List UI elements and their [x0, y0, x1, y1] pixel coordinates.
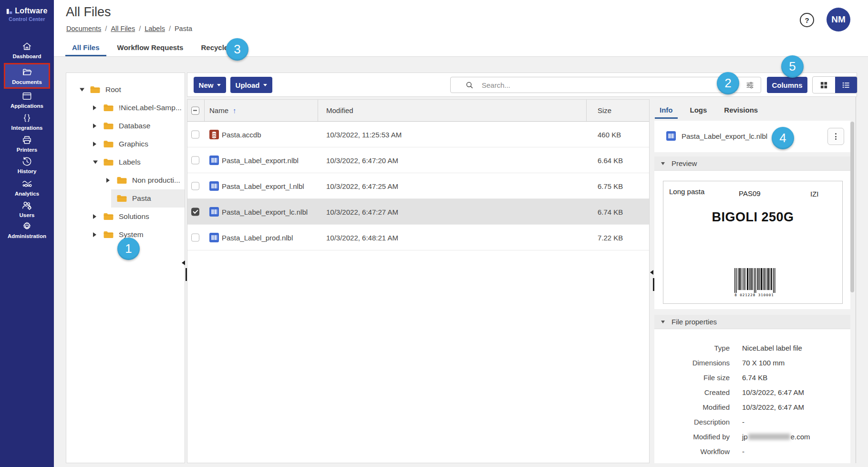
barcode-digits: 8 021228 310001 [734, 293, 774, 297]
tree-item-label: Non producti... [132, 176, 180, 185]
details-tab-info[interactable]: Info [655, 101, 678, 119]
label-file-icon [666, 131, 676, 141]
tree-item-pasta[interactable]: Pasta [66, 189, 185, 208]
file-actions-button[interactable] [827, 128, 844, 145]
property-row-created: Created10/3/2022, 6:47 AM [654, 385, 850, 400]
tree-item-solutions[interactable]: Solutions [66, 208, 185, 226]
table-row[interactable]: Pasta_Label_export_lc.nlbl10/3/2022, 6:4… [187, 199, 649, 225]
file-properties-section-body: TypeNiceLabel label fileDimensions70 X 1… [654, 329, 850, 463]
expander-closed-icon[interactable] [93, 105, 96, 110]
tree-item-labels[interactable]: Labels [66, 153, 185, 171]
column-header-modified[interactable]: Modified [326, 100, 353, 121]
label-file-icon [209, 181, 219, 191]
details-tab-logs[interactable]: Logs [685, 101, 712, 119]
history-icon [21, 156, 32, 167]
tree-item-database[interactable]: Database [66, 117, 185, 135]
avatar[interactable]: NM [827, 8, 850, 31]
table-row[interactable]: Pasta_Label_export.nlbl10/3/2022, 6:47:2… [187, 147, 649, 173]
sidebar-item-dashboard[interactable]: Dashboard [0, 41, 54, 59]
row-checkbox[interactable] [191, 130, 199, 138]
tree-item-root[interactable]: Root [66, 81, 185, 99]
breadcrumb-all-files[interactable]: All Files [111, 25, 135, 32]
details-tab-revisions[interactable]: Revisions [719, 101, 763, 119]
expander-closed-icon[interactable] [93, 214, 96, 219]
sidebar-item-label: Integrations [11, 125, 43, 131]
folder-icon [103, 158, 114, 166]
filter-icon[interactable] [745, 80, 755, 90]
table-row[interactable]: Pasta_Label_prod.nlbl10/3/2022, 6:48:21 … [187, 225, 649, 250]
preview-section-body: Long pasta PAS09 IZI BIGOLI 250G [654, 171, 850, 309]
select-all-checkbox[interactable] [191, 106, 199, 114]
kebab-icon [835, 133, 837, 135]
property-value: 10/3/2022, 6:47 AM [742, 388, 804, 396]
view-toggle [812, 76, 858, 93]
chevron-down-icon [661, 321, 665, 323]
column-header-size[interactable]: Size [598, 100, 611, 121]
loftware-logo-icon [6, 8, 13, 15]
details-collapse-icon[interactable] [650, 270, 653, 275]
expander-open-icon[interactable] [80, 88, 84, 92]
search-input[interactable] [481, 81, 745, 90]
table-row[interactable]: Pasta.accdb10/3/2022, 11:25:53 AM460 KB [187, 122, 649, 147]
sidebar-item-documents[interactable]: Documents [4, 63, 50, 89]
tab-workflow-requests[interactable]: Workflow Requests [111, 40, 190, 56]
upload-button[interactable]: Upload [230, 77, 272, 93]
page-title: All Files [66, 5, 111, 20]
help-icon[interactable]: ? [800, 13, 814, 27]
integrations-icon [21, 113, 32, 124]
tree-item-label: Solutions [119, 212, 149, 221]
tree-item-non-producti[interactable]: Non producti... [66, 171, 185, 189]
expander-open-icon[interactable] [93, 161, 98, 164]
upload-button-label: Upload [236, 81, 260, 89]
tree-collapse-icon[interactable] [182, 260, 185, 265]
callout-badge-3: 3 [226, 38, 248, 61]
property-row-description: Description- [654, 415, 850, 429]
details-scrollbar[interactable] [850, 122, 854, 292]
sidebar-item-users[interactable]: Users [0, 200, 54, 218]
grid-view-button[interactable] [813, 77, 835, 93]
property-label: File size [654, 374, 730, 382]
file-modified: 10/3/2022, 6:47:25 AM [326, 182, 398, 190]
brand: Loftware Control Center [0, 7, 54, 22]
column-header-name[interactable]: Name ↑ [209, 100, 237, 121]
table-row[interactable]: Pasta_Label_export_l.nlbl10/3/2022, 6:47… [187, 173, 649, 199]
preview-field-center: PAS09 [739, 189, 761, 197]
expander-closed-icon[interactable] [93, 142, 96, 146]
file-properties-section-header[interactable]: File properties [654, 315, 850, 329]
tab-all-files[interactable]: All Files [65, 40, 106, 56]
sidebar-item-applications[interactable]: Applications [0, 91, 54, 109]
documents-icon [21, 67, 32, 78]
sidebar-item-label: Administration [8, 233, 46, 239]
file-size: 6.75 KB [598, 182, 623, 190]
expander-closed-icon[interactable] [93, 232, 96, 237]
selected-file-row: Pasta_Label_export_lc.nlbl [654, 121, 850, 152]
selected-file-name: Pasta_Label_export_lc.nlbl [682, 132, 767, 140]
sort-ascending-icon[interactable]: ↑ [233, 106, 237, 114]
folder-tree-panel: Root!NiceLabel-Samp...DatabaseGraphicsLa… [66, 73, 185, 463]
file-size: 6.74 KB [598, 208, 623, 216]
sidebar-item-printers[interactable]: Printers [0, 135, 54, 153]
breadcrumb-documents[interactable]: Documents [66, 25, 101, 32]
row-checkbox[interactable] [191, 182, 199, 190]
barcode-image: 8 021228 310001 [732, 267, 777, 300]
row-checkbox[interactable] [191, 156, 199, 164]
expander-closed-icon[interactable] [106, 178, 110, 183]
list-view-button[interactable] [835, 77, 858, 93]
users-icon [21, 200, 32, 211]
preview-section-header[interactable]: Preview [654, 156, 850, 171]
chevron-down-icon [263, 84, 267, 86]
sidebar-item-integrations[interactable]: Integrations [0, 113, 54, 131]
row-checkbox[interactable] [191, 208, 199, 216]
row-checkbox[interactable] [191, 233, 199, 241]
tree-item-nicelabel-samp[interactable]: !NiceLabel-Samp... [66, 99, 185, 117]
new-button[interactable]: New [194, 77, 226, 93]
tree-item-graphics[interactable]: Graphics [66, 135, 185, 153]
expander-closed-icon[interactable] [93, 124, 96, 128]
sidebar-item-history[interactable]: History [0, 156, 54, 174]
columns-button[interactable]: Columns [767, 77, 807, 93]
breadcrumb-labels[interactable]: Labels [145, 25, 165, 32]
property-row-file-size: File size6.74 KB [654, 370, 850, 385]
sidebar-item-administration[interactable]: Administration [0, 221, 54, 239]
details-splitter-handle[interactable] [653, 278, 654, 291]
sidebar-item-analytics[interactable]: Analytics [0, 178, 54, 197]
